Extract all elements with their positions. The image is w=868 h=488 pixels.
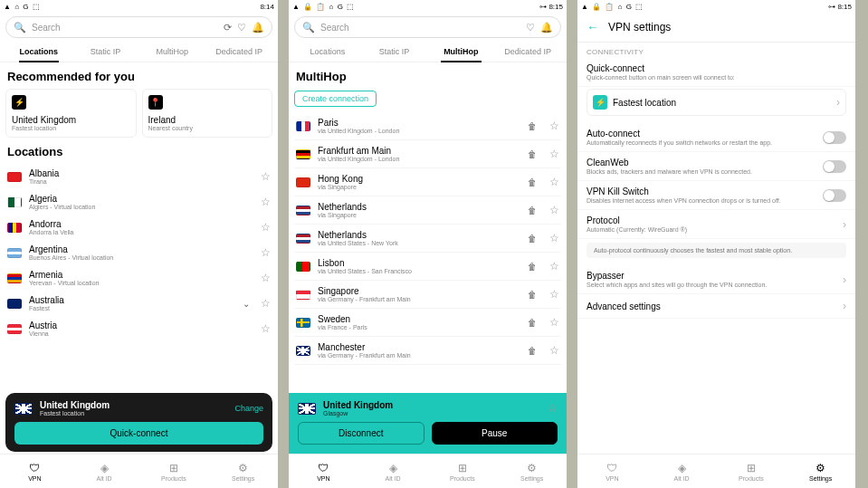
flag-icon	[7, 197, 22, 207]
star-icon[interactable]: ☆	[261, 170, 271, 183]
flag-icon	[7, 324, 22, 334]
tab-static-ip[interactable]: Static IP	[361, 42, 428, 62]
nav-vpn[interactable]: 🛡VPN	[577, 455, 647, 488]
star-icon[interactable]: ☆	[549, 232, 559, 244]
star-icon[interactable]: ☆	[549, 316, 559, 329]
heart-icon[interactable]: ♡	[526, 22, 535, 33]
location-row[interactable]: AndorraAndorra la Vella ☆	[5, 215, 272, 240]
grid-icon: ⊞	[458, 462, 467, 474]
star-icon[interactable]: ☆	[261, 196, 271, 208]
killswitch-row[interactable]: VPN Kill Switch Disables internet access…	[577, 181, 855, 210]
quick-connect-row[interactable]: Quick-connect Quick-connect button on ma…	[577, 58, 855, 87]
killswitch-toggle[interactable]	[823, 189, 846, 202]
auto-connect-row[interactable]: Auto-connect Automatically reconnects if…	[577, 123, 855, 152]
quick-connect-button[interactable]: Quick-connect	[14, 422, 263, 445]
tab-dedicated-ip[interactable]: Dedicated IP	[494, 42, 561, 62]
trash-icon[interactable]: 🗑	[528, 149, 537, 159]
star-icon[interactable]: ☆	[261, 297, 271, 310]
nav-altid[interactable]: ◈Alt ID	[358, 455, 428, 488]
star-icon[interactable]: ☆	[261, 322, 271, 335]
star-icon[interactable]: ☆	[261, 246, 271, 259]
star-icon[interactable]: ☆	[549, 204, 559, 216]
search-bar[interactable]: 🔍 Search ⟳ ♡ 🔔	[5, 16, 272, 38]
location-row[interactable]: ArmeniaYerevan - Virtual location ☆	[5, 265, 272, 291]
chevron-down-icon[interactable]: ⌄	[243, 299, 250, 309]
fastest-location-row[interactable]: ⚡ Fastest location ›	[587, 89, 846, 116]
multihop-row[interactable]: Parisvia United Kingdom - London 🗑 ☆	[294, 112, 561, 140]
tab-multihop[interactable]: MultiHop	[428, 42, 495, 62]
flag-icon	[7, 273, 22, 283]
refresh-icon[interactable]: ⟳	[224, 22, 232, 33]
rec-card-uk[interactable]: ⚡ United Kingdom Fastest location	[5, 89, 137, 138]
connection-bar: United Kingdom Fastest location Change Q…	[5, 393, 272, 452]
star-icon[interactable]: ☆	[261, 272, 271, 284]
trash-icon[interactable]: 🗑	[528, 177, 537, 187]
protocol-row[interactable]: Protocol Automatic (Currently: WireGuard…	[577, 210, 855, 239]
location-row[interactable]: AustraliaFastest ⌄ ☆	[5, 291, 272, 316]
location-row[interactable]: AustriaVienna ☆	[5, 316, 272, 341]
cleanweb-row[interactable]: CleanWeb Blocks ads, trackers and malwar…	[577, 152, 855, 181]
tab-static-ip[interactable]: Static IP	[72, 42, 139, 62]
heart-icon[interactable]: ♡	[237, 22, 246, 33]
change-button[interactable]: Change	[234, 404, 263, 413]
star-icon[interactable]: ☆	[549, 120, 559, 132]
star-icon[interactable]: ☆	[548, 402, 558, 415]
trash-icon[interactable]: 🗑	[528, 121, 537, 131]
tab-multihop[interactable]: MultiHop	[139, 42, 206, 62]
trash-icon[interactable]: 🗑	[528, 290, 537, 300]
trash-icon[interactable]: 🗑	[528, 318, 537, 328]
tab-dedicated-ip[interactable]: Dedicated IP	[205, 42, 272, 62]
nav-settings[interactable]: ⚙Settings	[208, 455, 278, 488]
star-icon[interactable]: ☆	[549, 260, 559, 273]
search-placeholder: Search	[32, 23, 61, 33]
multihop-row[interactable]: Manchestervia Germany - Frankfurt am Mai…	[294, 337, 561, 365]
create-connection-button[interactable]: Create connection	[294, 91, 377, 107]
nav-altid[interactable]: ◈Alt ID	[70, 455, 139, 488]
location-row[interactable]: ArgentinaBuenos Aires - Virtual location…	[5, 240, 272, 265]
multihop-row[interactable]: Frankfurt am Mainvia United Kingdom - Lo…	[294, 140, 561, 168]
nav-settings[interactable]: ⚙Settings	[497, 455, 567, 488]
auto-connect-toggle[interactable]	[823, 131, 846, 144]
trash-icon[interactable]: 🗑	[528, 262, 537, 272]
nav-products[interactable]: ⊞Products	[139, 455, 209, 488]
gear-icon: ⚙	[527, 462, 537, 474]
nav-vpn[interactable]: 🛡VPN	[289, 455, 358, 488]
location-row[interactable]: AlbaniaTirana ☆	[5, 164, 272, 189]
flag-icon	[7, 223, 22, 233]
cleanweb-toggle[interactable]	[823, 160, 846, 173]
nav-products[interactable]: ⊞Products	[717, 455, 787, 488]
multihop-row[interactable]: Netherlandsvia Singapore 🗑 ☆	[294, 196, 561, 225]
bypasser-row[interactable]: Bypasser Select which apps and sites wil…	[577, 265, 855, 294]
multihop-row[interactable]: Netherlandsvia United States - New York …	[294, 225, 561, 253]
pause-button[interactable]: Pause	[432, 422, 558, 445]
multihop-row[interactable]: Swedenvia France - Paris 🗑 ☆	[294, 309, 561, 337]
multihop-row[interactable]: Lisbonvia United States - San Francisco …	[294, 253, 561, 281]
shield-icon: 🛡	[606, 462, 617, 474]
trash-icon[interactable]: 🗑	[528, 346, 537, 356]
advanced-row[interactable]: Advanced settings ›	[577, 294, 855, 319]
status-bar: ▲ ⌂ G ⬚ 8:14	[0, 0, 278, 13]
location-row[interactable]: AlgeriaAlgiers - Virtual location ☆	[5, 189, 272, 215]
nav-settings[interactable]: ⚙Settings	[786, 455, 855, 488]
trash-icon[interactable]: 🗑	[528, 234, 537, 244]
multihop-row[interactable]: Singaporevia Germany - Frankfurt am Main…	[294, 281, 561, 309]
star-icon[interactable]: ☆	[549, 344, 559, 357]
multihop-row[interactable]: Hong Kongvia Singapore 🗑 ☆	[294, 168, 561, 196]
search-bar[interactable]: 🔍 Search ♡ 🔔	[294, 16, 561, 38]
bell-icon[interactable]: 🔔	[540, 22, 553, 33]
bolt-icon: ⚡	[12, 95, 26, 110]
star-icon[interactable]: ☆	[549, 176, 559, 188]
disconnect-button[interactable]: Disconnect	[298, 422, 424, 445]
trash-icon[interactable]: 🗑	[528, 206, 537, 215]
nav-vpn[interactable]: 🛡VPN	[0, 455, 70, 488]
star-icon[interactable]: ☆	[549, 288, 559, 301]
rec-card-ireland[interactable]: 📍 Ireland Nearest country	[142, 89, 273, 138]
nav-altid[interactable]: ◈Alt ID	[647, 455, 717, 488]
back-icon[interactable]: ←	[587, 20, 599, 34]
tab-locations[interactable]: Locations	[294, 42, 361, 62]
star-icon[interactable]: ☆	[261, 221, 271, 234]
tab-locations[interactable]: Locations	[5, 42, 72, 62]
bell-icon[interactable]: 🔔	[252, 22, 264, 33]
nav-products[interactable]: ⊞Products	[428, 455, 498, 488]
star-icon[interactable]: ☆	[549, 148, 559, 160]
